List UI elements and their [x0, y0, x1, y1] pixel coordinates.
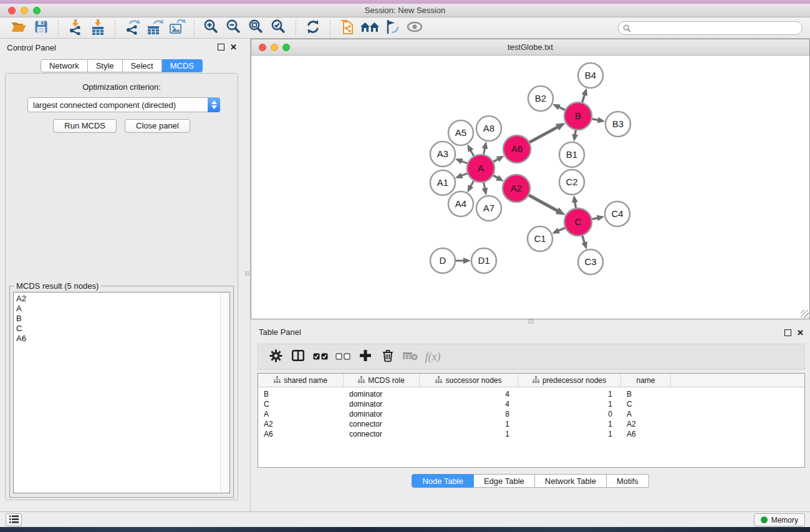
resize-grip-icon[interactable] — [801, 310, 809, 318]
splitter-handle[interactable] — [528, 319, 534, 324]
graph-node-A8[interactable]: A8 — [476, 116, 501, 141]
criterion-dropdown[interactable]: largest connected component (directed) — [27, 97, 220, 112]
namespace-icon — [274, 376, 281, 385]
table-panel-title: Table Panel — [259, 327, 301, 337]
network-canvas[interactable]: B4B2BB3A5A8A6A3B1AA1C2A2A4A7CC4C1C3DD1 — [251, 56, 809, 319]
network-window-titlebar[interactable]: testGlobe.txt — [251, 39, 809, 56]
graph-node-C[interactable]: C — [564, 208, 592, 236]
close-panel-button[interactable]: ✕ — [230, 44, 237, 51]
export-image-button[interactable] — [168, 19, 186, 37]
graph-node-A6[interactable]: A6 — [503, 135, 531, 163]
delete-column-button[interactable] — [377, 347, 399, 366]
zoom-in-button[interactable] — [202, 19, 221, 37]
result-item[interactable]: A2 — [16, 294, 218, 304]
graph-node-D1[interactable]: D1 — [471, 248, 496, 273]
search-input[interactable] — [618, 21, 803, 35]
save-session-button[interactable] — [32, 19, 51, 37]
clone-network-button[interactable] — [338, 19, 357, 37]
show-graphics-details-button[interactable] — [405, 19, 424, 37]
tab-select[interactable]: Select — [123, 59, 162, 72]
table-row[interactable]: Cdominator41C — [258, 399, 804, 409]
table-row[interactable]: A2connector11A2 — [258, 419, 804, 429]
graph-node-A2[interactable]: A2 — [503, 175, 530, 202]
column-selector-button[interactable] — [287, 347, 309, 366]
function-builder-button[interactable]: f(x) — [422, 347, 444, 366]
graph-node-B3[interactable]: B3 — [605, 112, 630, 137]
result-scrollbar[interactable] — [220, 293, 229, 493]
open-session-button[interactable] — [9, 19, 28, 37]
zoom-selected-button[interactable] — [269, 19, 288, 37]
tab-network[interactable]: Network — [41, 59, 88, 72]
float-table-panel-button[interactable] — [784, 329, 791, 336]
graph-node-A1[interactable]: A1 — [430, 170, 455, 195]
select-all-button[interactable] — [309, 347, 332, 366]
export-table-button[interactable] — [145, 19, 164, 37]
close-table-panel-button[interactable]: ✕ — [797, 329, 804, 336]
run-mcds-button[interactable]: Run MCDS — [53, 119, 117, 133]
table-settings-button[interactable] — [264, 347, 287, 366]
import-table-button[interactable] — [89, 19, 107, 37]
graph-node-C4[interactable]: C4 — [605, 201, 630, 226]
svg-text:B3: B3 — [612, 118, 624, 129]
tab-network-table[interactable]: Network Table — [535, 474, 607, 488]
graph-node-A5[interactable]: A5 — [448, 120, 473, 145]
memory-button[interactable]: Memory — [754, 513, 805, 526]
import-network-button[interactable] — [66, 19, 85, 37]
column-header-predecessor-nodes[interactable]: predecessor nodes — [518, 374, 621, 387]
add-column-button[interactable] — [354, 347, 377, 366]
tab-style[interactable]: Style — [88, 59, 123, 72]
result-item[interactable]: B — [16, 314, 218, 324]
table-row[interactable]: Bdominator41B — [258, 389, 804, 399]
horizontal-splitter[interactable] — [251, 319, 810, 324]
mcds-result-group: MCDS result (5 nodes) A2ABCA6 — [9, 286, 234, 498]
column-header-shared-name[interactable]: shared name — [258, 374, 344, 387]
splitter-handle[interactable] — [245, 271, 249, 276]
toolbar-separator — [115, 20, 115, 36]
tab-motifs[interactable]: Motifs — [607, 474, 649, 488]
tab-node-table[interactable]: Node Table — [412, 474, 474, 488]
tab-edge-table[interactable]: Edge Table — [474, 474, 535, 488]
result-item[interactable]: C — [16, 324, 218, 334]
zoom-out-button[interactable] — [224, 19, 243, 37]
window-titlebar[interactable]: Session: New Session — [0, 4, 810, 17]
table-row[interactable]: A6connector11A6 — [258, 429, 804, 439]
graph-node-D[interactable]: D — [430, 248, 455, 273]
result-item[interactable]: A — [16, 304, 218, 314]
svg-text:A3: A3 — [437, 148, 448, 159]
close-panel-button-mcds[interactable]: Close panel — [125, 119, 190, 133]
toolbar-separator — [330, 20, 330, 36]
graph-node-C1[interactable]: C1 — [528, 226, 552, 251]
graph-node-B4[interactable]: B4 — [578, 63, 603, 88]
float-panel-button[interactable] — [218, 44, 224, 51]
refresh-button[interactable] — [304, 19, 322, 37]
graph-node-C2[interactable]: C2 — [559, 170, 584, 195]
task-history-button[interactable] — [6, 513, 22, 526]
table-row[interactable]: Adominator80A — [258, 409, 804, 419]
column-header-successor-nodes[interactable]: successor nodes — [420, 374, 518, 387]
graph-node-B2[interactable]: B2 — [528, 86, 553, 111]
graph-node-C3[interactable]: C3 — [578, 249, 603, 274]
svg-text:A5: A5 — [455, 127, 466, 138]
column-header-name[interactable]: name — [621, 374, 671, 387]
export-network-button[interactable] — [123, 19, 142, 37]
svg-text:A4: A4 — [455, 198, 466, 209]
graph-node-B1[interactable]: B1 — [559, 142, 584, 167]
graph-node-A[interactable]: A — [467, 155, 494, 182]
first-neighbors-button[interactable] — [360, 19, 379, 37]
zoom-fit-button[interactable] — [247, 19, 266, 37]
result-item[interactable]: A6 — [16, 334, 218, 344]
hide-graphics-details-button[interactable] — [383, 19, 402, 37]
graph-node-A3[interactable]: A3 — [430, 142, 455, 167]
export-table-icon — [146, 19, 163, 37]
mcds-result-listbox[interactable]: A2ABCA6 — [13, 292, 230, 493]
graph-node-A4[interactable]: A4 — [448, 191, 473, 216]
deselect-all-button[interactable] — [332, 347, 354, 366]
vertical-splitter[interactable] — [243, 39, 251, 511]
delete-table-button[interactable] — [399, 347, 422, 366]
node-table-header: shared nameMCDS rolesuccessor nodesprede… — [258, 374, 804, 387]
tab-mcds[interactable]: MCDS — [162, 59, 203, 72]
mcds-result-list: A2ABCA6 — [16, 294, 218, 344]
graph-node-A7[interactable]: A7 — [476, 196, 501, 221]
graph-node-B[interactable]: B — [564, 102, 592, 130]
column-header-mcds-role[interactable]: MCDS role — [344, 374, 420, 387]
